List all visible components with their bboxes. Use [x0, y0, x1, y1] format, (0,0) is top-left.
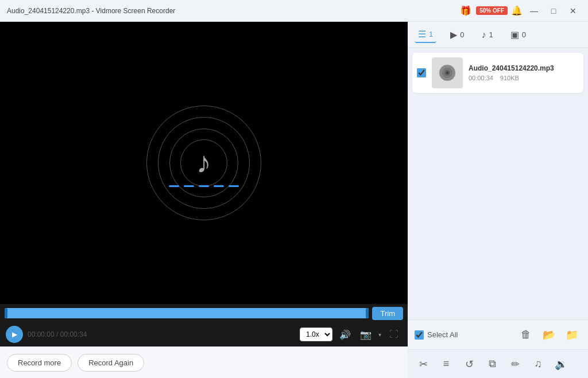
- dash-1: [169, 185, 179, 187]
- edit-button[interactable]: ✏: [505, 354, 525, 374]
- edit-toolbar: ✂ ≡ ↺ ⧉ ✏ ♫ 🔉: [408, 349, 588, 378]
- speed-select[interactable]: 1.0x 0.5x 1.5x 2.0x: [300, 328, 332, 341]
- file-duration: 00:00:34: [469, 75, 493, 81]
- maximize-button[interactable]: □: [546, 3, 562, 19]
- copy-button[interactable]: ⧉: [482, 354, 502, 374]
- scissors-button[interactable]: ✂: [413, 354, 433, 374]
- volume-button[interactable]: 🔊: [337, 326, 353, 342]
- video-icon: ▶: [450, 29, 457, 40]
- close-button[interactable]: ✕: [565, 3, 581, 19]
- total-time: 00:00:34: [60, 330, 87, 338]
- music-note-icon: ♪: [196, 145, 211, 180]
- right-panel: ☰ 1 ▶ 0 ♪ 1 ▣ 0: [408, 22, 588, 378]
- dash-3: [199, 185, 209, 187]
- volume-edit-button[interactable]: 🔉: [551, 354, 571, 374]
- camera-button[interactable]: 📷: [358, 326, 374, 342]
- open-folder-button[interactable]: 📂: [540, 326, 558, 344]
- titlebar-controls: 🎁 50% OFF 🔔 — □ ✕: [460, 3, 581, 19]
- select-all-area: Select All: [415, 330, 517, 340]
- file-checkbox[interactable]: [417, 68, 426, 77]
- audio-edit-button[interactable]: ♫: [528, 354, 548, 374]
- titlebar: Audio_240415124220.mp3 - Vidmore Screen …: [0, 0, 588, 22]
- circle-visual: ♪: [146, 106, 261, 220]
- rotate-button[interactable]: ↺: [459, 354, 479, 374]
- file-info: Audio_240415124220.mp3 00:00:34 910KB: [469, 64, 579, 81]
- tab-all[interactable]: ☰ 1: [415, 26, 436, 43]
- list-item[interactable]: Audio_240415124220.mp3 00:00:34 910KB: [412, 53, 583, 93]
- trim-handle-left[interactable]: [5, 308, 7, 318]
- camera-dropdown-arrow[interactable]: ▾: [378, 332, 381, 338]
- select-all-checkbox[interactable]: [415, 330, 424, 340]
- equalizer-button[interactable]: ≡: [436, 354, 456, 374]
- svg-point-4: [447, 72, 448, 74]
- dash-2: [184, 185, 194, 187]
- main-layout: ♪ Trim: [0, 22, 588, 378]
- dash-4: [214, 185, 224, 187]
- file-meta: 00:00:34 910KB: [469, 75, 579, 81]
- playback-bar: ▶ 00:00:00 / 00:00:34 1.0x 0.5x 1.5x 2.0…: [0, 322, 408, 346]
- delete-selected-button[interactable]: 🗑: [517, 326, 535, 344]
- image-icon: ▣: [510, 29, 519, 40]
- tab-image[interactable]: ▣ 0: [507, 27, 529, 42]
- trim-bar: Trim: [0, 304, 408, 322]
- title-text: Audio_240415124220.mp3 - Vidmore Screen …: [7, 7, 460, 15]
- right-action-icons: 🗑 📂 📁: [517, 326, 581, 344]
- bottom-bar: Record more Record Again: [0, 346, 408, 378]
- current-time: 00:00:00: [28, 330, 55, 338]
- file-name: Audio_240415124220.mp3: [469, 64, 579, 72]
- trim-track[interactable]: [5, 308, 369, 318]
- tab-video[interactable]: ▶ 0: [447, 27, 467, 42]
- file-list: Audio_240415124220.mp3 00:00:34 910KB: [408, 48, 588, 319]
- file-size: 910KB: [500, 75, 519, 81]
- left-panel: ♪ Trim: [0, 22, 408, 378]
- right-actions: Select All 🗑 📂 📁: [408, 319, 588, 349]
- bell-icon[interactable]: 🔔: [511, 5, 523, 16]
- trim-handle-right[interactable]: [366, 308, 369, 318]
- trim-fill: [5, 308, 369, 318]
- play-button[interactable]: ▶: [6, 326, 23, 343]
- folder-button[interactable]: 📁: [563, 326, 581, 344]
- dash-5: [229, 185, 239, 187]
- list-icon: ☰: [418, 29, 426, 40]
- gift-icon: 🎁: [460, 5, 471, 16]
- time-display: 00:00:00 / 00:00:34: [28, 330, 102, 338]
- select-all-label: Select All: [427, 330, 458, 339]
- file-thumbnail: [432, 57, 463, 88]
- audio-disk-icon: [439, 64, 456, 81]
- minimize-button[interactable]: —: [526, 3, 542, 19]
- dash-line: [169, 185, 239, 187]
- audio-tab-icon: ♪: [481, 30, 486, 40]
- preview-area: ♪: [0, 22, 408, 304]
- record-more-button[interactable]: Record more: [7, 354, 72, 372]
- trim-button[interactable]: Trim: [372, 307, 403, 320]
- audio-visual: ♪: [146, 106, 261, 220]
- time-separator: /: [56, 330, 60, 338]
- tab-audio[interactable]: ♪ 1: [478, 28, 496, 42]
- record-again-button[interactable]: Record Again: [78, 354, 144, 372]
- promo-badge[interactable]: 50% OFF: [476, 6, 508, 15]
- right-tabs: ☰ 1 ▶ 0 ♪ 1 ▣ 0: [408, 22, 588, 48]
- fullscreen-button[interactable]: ⛶: [386, 326, 402, 342]
